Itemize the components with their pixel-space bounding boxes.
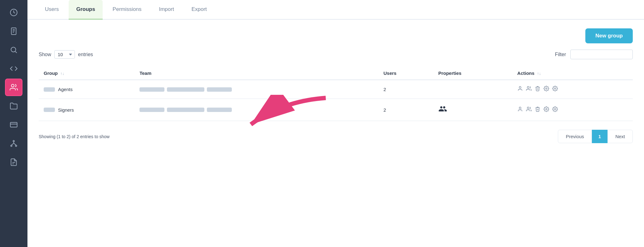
top-action-row: New group	[39, 28, 633, 43]
tab-export[interactable]: Export	[184, 0, 214, 20]
action-settings1-icon[interactable]	[544, 106, 549, 114]
team-cell	[134, 99, 378, 121]
sidebar-item-search[interactable]	[5, 41, 22, 59]
action-user-icon[interactable]	[517, 86, 523, 93]
sidebar-item-notes[interactable]	[5, 153, 22, 171]
sidebar-item-billing[interactable]	[5, 116, 22, 133]
sidebar-item-folders[interactable]	[5, 97, 22, 115]
previous-button[interactable]: Previous	[558, 130, 592, 143]
svg-point-16	[519, 107, 521, 109]
tab-bar: Users Groups Permissions Import Export	[27, 0, 644, 20]
tab-permissions[interactable]: Permissions	[105, 0, 149, 20]
users-count: 2	[378, 80, 433, 99]
team-blur-2	[167, 87, 204, 92]
group-name: Agents	[58, 87, 73, 92]
action-settings2-icon[interactable]	[552, 86, 558, 93]
groups-table: Group ↑↓ Team Users Properties	[39, 67, 633, 121]
actions-cell	[512, 80, 633, 99]
col-properties: Properties	[433, 67, 512, 80]
svg-point-7	[11, 145, 12, 146]
team-blur-3	[207, 108, 232, 112]
sidebar	[0, 0, 27, 247]
tab-import[interactable]: Import	[151, 0, 181, 20]
sidebar-item-hierarchy[interactable]	[5, 135, 22, 152]
svg-point-6	[13, 140, 14, 142]
group-name: Signers	[58, 107, 74, 113]
table-row: Signers 2	[39, 99, 633, 121]
show-entries-control: Show 10 25 50 100 entries	[39, 50, 93, 59]
team-blur-2	[167, 108, 204, 112]
groups-table-container: Group ↑↓ Team Users Properties	[39, 67, 633, 121]
next-button[interactable]: Next	[607, 130, 633, 143]
col-group-label: Group	[44, 70, 58, 76]
action-settings1-icon[interactable]	[544, 86, 549, 93]
svg-point-15	[554, 88, 556, 90]
col-users-label: Users	[383, 70, 397, 76]
actions-cell	[512, 99, 633, 121]
page-1-button[interactable]: 1	[592, 130, 607, 143]
team-cell	[134, 80, 378, 99]
svg-point-13	[527, 86, 529, 88]
col-actions-sort-icon[interactable]: ↑↓	[537, 71, 541, 76]
svg-point-3	[11, 84, 14, 87]
tab-groups[interactable]: Groups	[69, 0, 102, 20]
properties-group-icon	[438, 107, 447, 115]
svg-point-18	[546, 108, 547, 110]
action-group-icon[interactable]	[526, 106, 532, 114]
filter-control: Filter	[555, 50, 633, 59]
svg-rect-1	[11, 28, 16, 35]
group-cell: Signers	[39, 99, 134, 121]
toolbar: Show 10 25 50 100 entries Filter	[39, 50, 633, 59]
svg-point-14	[546, 88, 547, 90]
svg-point-2	[11, 47, 16, 52]
users-count: 2	[378, 99, 433, 121]
col-actions: Actions ↑↓	[512, 67, 633, 80]
properties-cell	[433, 99, 512, 121]
action-user-icon[interactable]	[517, 106, 523, 114]
sidebar-item-dashboard[interactable]	[5, 4, 22, 21]
svg-point-19	[554, 108, 556, 110]
action-settings2-icon[interactable]	[552, 106, 558, 114]
col-actions-label: Actions	[517, 70, 534, 76]
svg-rect-4	[10, 122, 17, 127]
team-blur-3	[207, 87, 232, 92]
sidebar-item-code[interactable]	[5, 60, 22, 77]
col-properties-label: Properties	[438, 70, 461, 76]
team-blur-1	[139, 108, 164, 112]
svg-point-8	[15, 145, 17, 146]
action-delete-icon[interactable]	[535, 106, 540, 114]
table-header-row: Group ↑↓ Team Users Properties	[39, 67, 633, 80]
groups-table-wrap: Group ↑↓ Team Users Properties	[39, 67, 633, 121]
pagination-info: Showing (1 to 2) of 2 entries to show	[39, 134, 110, 139]
pagination-row: Showing (1 to 2) of 2 entries to show Pr…	[39, 130, 633, 143]
group-cell: Agents	[39, 80, 134, 99]
action-delete-icon[interactable]	[535, 86, 540, 93]
page-content: New group Show 10 25 50 100 entries Filt…	[27, 20, 644, 247]
group-avatar-blur	[44, 87, 55, 92]
col-group: Group ↑↓	[39, 67, 134, 80]
svg-point-17	[527, 107, 529, 109]
col-users: Users	[378, 67, 433, 80]
col-team: Team	[134, 67, 378, 80]
entries-select[interactable]: 10 25 50 100	[54, 50, 75, 59]
show-label: Show	[39, 52, 51, 57]
pagination-controls: Previous 1 Next	[558, 130, 633, 143]
new-group-button[interactable]: New group	[585, 28, 633, 43]
sidebar-item-documents[interactable]	[5, 22, 22, 40]
svg-point-12	[519, 86, 521, 88]
filter-input[interactable]	[570, 50, 633, 59]
team-blur-1	[139, 87, 164, 92]
group-avatar-blur	[44, 108, 55, 112]
filter-label: Filter	[555, 52, 566, 57]
col-team-label: Team	[139, 70, 151, 76]
table-row: Agents 2	[39, 80, 633, 99]
properties-cell	[433, 80, 512, 99]
action-group-icon[interactable]	[526, 86, 532, 93]
tab-users[interactable]: Users	[37, 0, 66, 20]
col-group-sort-icon[interactable]: ↑↓	[60, 71, 64, 76]
main-content: Users Groups Permissions Import Export N…	[27, 0, 644, 247]
entries-label: entries	[78, 52, 93, 57]
sidebar-item-groups[interactable]	[5, 79, 22, 96]
